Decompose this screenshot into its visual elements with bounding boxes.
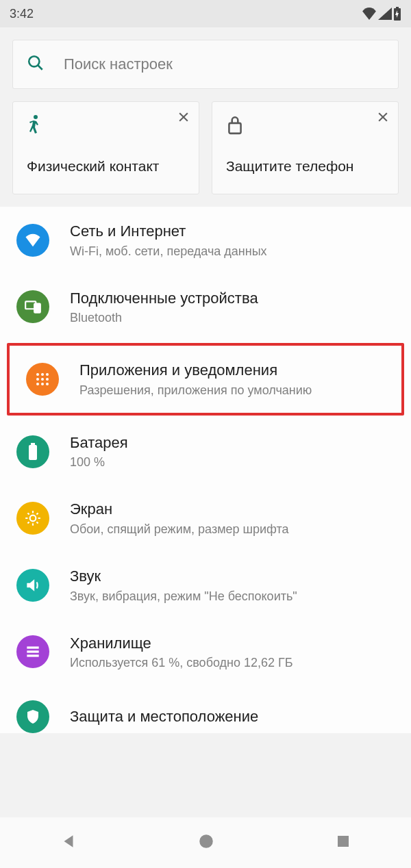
devices-icon (16, 290, 49, 323)
svg-rect-25 (27, 651, 38, 653)
status-time: 3:42 (10, 7, 34, 21)
svg-point-14 (46, 373, 49, 376)
status-icons (362, 7, 401, 21)
item-sound[interactable]: Звук Звук, вибрация, режим "Не беспокоит… (0, 552, 411, 619)
settings-list: Сеть и Интернет Wi-Fi, моб. сети, переда… (0, 207, 411, 733)
item-subtitle: Обои, спящий режим, размер шрифта (70, 522, 395, 537)
brightness-icon (16, 502, 49, 535)
svg-rect-28 (338, 836, 349, 847)
item-storage[interactable]: Хранилище Используется 61 %, свободно 12… (0, 619, 411, 686)
svg-point-2 (29, 56, 39, 66)
svg-point-18 (36, 383, 39, 385)
item-title: Сеть и Интернет (70, 222, 395, 242)
item-title: Приложения и уведомления (79, 361, 385, 381)
wifi-icon (362, 8, 377, 20)
status-bar: 3:42 (0, 0, 411, 27)
svg-rect-11 (34, 304, 40, 313)
speaker-icon (16, 569, 49, 602)
item-connected-devices[interactable]: Подключенные устройства Bluetooth (0, 274, 411, 341)
home-button[interactable] (197, 832, 215, 853)
highlight-box: Приложения и уведомления Разрешения, при… (7, 343, 404, 416)
svg-rect-1 (396, 7, 399, 8)
card-title: Защитите телефон (226, 158, 384, 175)
top-area: Поиск настроек Физический контакт Защити… (0, 27, 411, 207)
item-title: Защита и местоположение (70, 707, 395, 727)
svg-rect-21 (29, 445, 37, 460)
back-button[interactable] (60, 832, 77, 853)
svg-point-23 (30, 515, 36, 522)
battery-icon (16, 435, 49, 468)
lock-icon (226, 114, 384, 138)
storage-icon (16, 635, 49, 668)
battery-icon (393, 7, 401, 21)
svg-point-13 (41, 373, 44, 376)
svg-point-16 (41, 378, 44, 381)
svg-point-15 (36, 378, 39, 381)
svg-rect-9 (229, 123, 240, 133)
svg-point-27 (199, 834, 213, 848)
item-title: Экран (70, 500, 395, 520)
card-title: Физический контакт (27, 158, 185, 175)
item-display[interactable]: Экран Обои, спящий режим, размер шрифта (0, 485, 411, 552)
svg-point-20 (46, 383, 49, 385)
apps-grid-icon (26, 363, 59, 396)
item-network[interactable]: Сеть и Интернет Wi-Fi, моб. сети, переда… (0, 207, 411, 274)
signal-icon (378, 8, 392, 20)
card-protect-phone[interactable]: Защитите телефон (212, 101, 399, 194)
item-title: Звук (70, 567, 395, 587)
navigation-bar (0, 817, 411, 868)
item-title: Хранилище (70, 634, 395, 654)
walking-person-icon (27, 114, 185, 138)
item-subtitle: Wi-Fi, моб. сети, передача данных (70, 244, 395, 259)
svg-rect-22 (31, 443, 35, 445)
svg-rect-26 (27, 655, 38, 657)
wifi-icon (16, 224, 49, 257)
item-subtitle: Bluetooth (70, 311, 395, 325)
item-subtitle: 100 % (70, 455, 395, 470)
item-battery[interactable]: Батарея 100 % (0, 418, 411, 485)
search-bar[interactable]: Поиск настроек (12, 40, 399, 89)
search-icon (27, 54, 45, 75)
suggestion-cards: Физический контакт Защитите телефон (12, 101, 399, 194)
item-subtitle: Используется 61 %, свободно 12,62 ГБ (70, 656, 395, 670)
svg-point-17 (46, 378, 49, 381)
recents-button[interactable] (335, 833, 351, 852)
svg-line-3 (38, 65, 42, 70)
security-icon (16, 700, 49, 733)
item-security-location[interactable]: Защита и местоположение (0, 685, 411, 733)
item-subtitle: Разрешения, приложения по умолчанию (79, 383, 385, 398)
item-subtitle: Звук, вибрация, режим "Не беспокоить" (70, 589, 395, 604)
svg-point-19 (41, 383, 44, 385)
item-apps-notifications[interactable]: Приложения и уведомления Разрешения, при… (10, 346, 401, 413)
item-title: Подключенные устройства (70, 289, 395, 309)
card-physical-contact[interactable]: Физический контакт (12, 101, 199, 194)
close-icon[interactable] (177, 110, 190, 127)
item-title: Батарея (70, 433, 395, 453)
svg-point-12 (36, 373, 39, 376)
svg-rect-24 (27, 647, 38, 649)
search-placeholder: Поиск настроек (64, 55, 173, 73)
close-icon[interactable] (376, 110, 390, 127)
svg-point-6 (34, 115, 38, 119)
